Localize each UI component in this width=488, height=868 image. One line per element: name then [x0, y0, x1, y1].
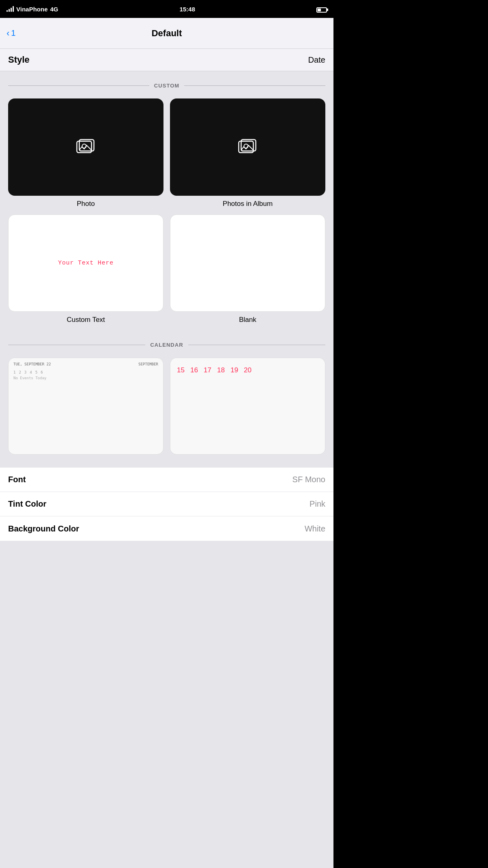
style-label: Style: [8, 55, 30, 65]
photo-icon-wrap: [76, 139, 96, 155]
custom-text-display: Your Text Here: [52, 253, 120, 273]
widget-item-photos-album[interactable]: Photos in Album: [170, 98, 325, 208]
cal-month-label: SEPTEMBER: [138, 362, 158, 368]
cal-date-header: TUE, SEPTEMBER 22: [13, 362, 51, 366]
tint-color-value: Pink: [309, 499, 325, 509]
date-label: Date: [308, 55, 325, 65]
cal-grid-num-17: 17: [204, 366, 211, 374]
back-button[interactable]: ‹ 1: [7, 28, 15, 39]
cal-grid-num-20: 20: [244, 366, 252, 374]
settings-section: Font SF Mono Tint Color Pink Background …: [0, 468, 333, 541]
photo-widget-preview: [8, 98, 163, 196]
photos-album-widget-label: Photos in Album: [223, 200, 273, 208]
time-label: 15:48: [179, 6, 195, 13]
widget-item-blank[interactable]: Blank: [170, 214, 325, 324]
section-line-right: [184, 85, 325, 86]
signal-bars: [7, 6, 14, 12]
cal-section-line-right: [188, 345, 325, 345]
cal-num-6: 6: [41, 370, 43, 374]
widget-item-photo[interactable]: Photo: [8, 98, 163, 208]
custom-section-label: CUSTOM: [154, 83, 179, 89]
calendar-section-label: CALENDAR: [150, 342, 183, 348]
blank-widget-preview: [170, 214, 325, 312]
nav-bar: ‹ 1 Default: [0, 18, 333, 49]
photo-icon: [76, 139, 96, 155]
chevron-left-icon: ‹: [7, 28, 9, 39]
calendar-widgets-grid: TUE, SEPTEMBER 22 SEPTEMBER 1 2 3 4 5 6 …: [0, 354, 333, 461]
network-type: 4G: [50, 6, 58, 13]
photos-album-icon: [238, 139, 257, 155]
photo-widget-label: Photo: [77, 200, 95, 208]
main-content: Style Date CUSTOM Photo: [0, 49, 333, 868]
calendar-grid-preview: 15 16 17 18 19 20: [170, 358, 325, 455]
background-color-label: Background Color: [8, 524, 79, 533]
cal-num-4: 4: [30, 370, 32, 374]
custom-widgets-grid: Photo Photos in Album Your Text Here: [0, 95, 333, 330]
cal-num-2: 2: [19, 370, 21, 374]
tint-color-label: Tint Color: [8, 499, 46, 509]
widget-item-calendar-grid[interactable]: 15 16 17 18 19 20: [170, 358, 325, 455]
cal-grid-num-16: 16: [190, 366, 198, 374]
widget-item-custom-text[interactable]: Your Text Here Custom Text: [8, 214, 163, 324]
custom-text-widget-preview: Your Text Here: [8, 214, 163, 312]
nav-title: Default: [152, 28, 182, 39]
custom-text-widget-label: Custom Text: [67, 316, 105, 324]
calendar-section-header: CALENDAR: [0, 330, 333, 354]
photos-album-icon-wrap: [238, 139, 257, 155]
section-line-left: [8, 85, 149, 86]
calendar-grid-content: 15 16 17 18 19 20: [170, 358, 325, 455]
widget-item-calendar-list[interactable]: TUE, SEPTEMBER 22 SEPTEMBER 1 2 3 4 5 6 …: [8, 358, 163, 455]
cal-grid-numbers: 15 16 17 18 19 20: [175, 362, 320, 378]
cal-section-line-left: [8, 345, 145, 345]
back-label: 1: [11, 28, 15, 38]
font-value: SF Mono: [292, 475, 325, 484]
font-label: Font: [8, 475, 26, 484]
background-color-row[interactable]: Background Color White: [0, 516, 333, 541]
custom-section-header: CUSTOM: [0, 71, 333, 95]
cal-num-1: 1: [13, 370, 15, 374]
cal-num-5: 5: [35, 370, 37, 374]
cal-num-3: 3: [24, 370, 26, 374]
cal-grid-num-18: 18: [217, 366, 225, 374]
carrier-label: VinaPhone: [16, 6, 48, 13]
photos-album-widget-preview: [170, 98, 325, 196]
cal-no-events: No Events Today: [13, 376, 158, 380]
status-left: VinaPhone 4G: [7, 6, 58, 13]
cal-header-row: TUE, SEPTEMBER 22 SEPTEMBER: [13, 362, 158, 368]
calendar-list-preview: TUE, SEPTEMBER 22 SEPTEMBER 1 2 3 4 5 6 …: [8, 358, 163, 455]
font-row[interactable]: Font SF Mono: [0, 468, 333, 492]
battery-indicator: [316, 6, 327, 13]
cal-grid-num-19: 19: [231, 366, 238, 374]
tint-color-row[interactable]: Tint Color Pink: [0, 492, 333, 516]
cal-grid-num-15: 15: [177, 366, 185, 374]
style-date-header: Style Date: [0, 49, 333, 71]
status-bar: VinaPhone 4G 15:48: [0, 0, 333, 18]
calendar-list-content: TUE, SEPTEMBER 22 SEPTEMBER 1 2 3 4 5 6 …: [9, 358, 163, 455]
cal-numbers-row: 1 2 3 4 5 6: [13, 370, 158, 374]
background-color-value: White: [305, 524, 325, 533]
blank-widget-label: Blank: [239, 316, 257, 324]
